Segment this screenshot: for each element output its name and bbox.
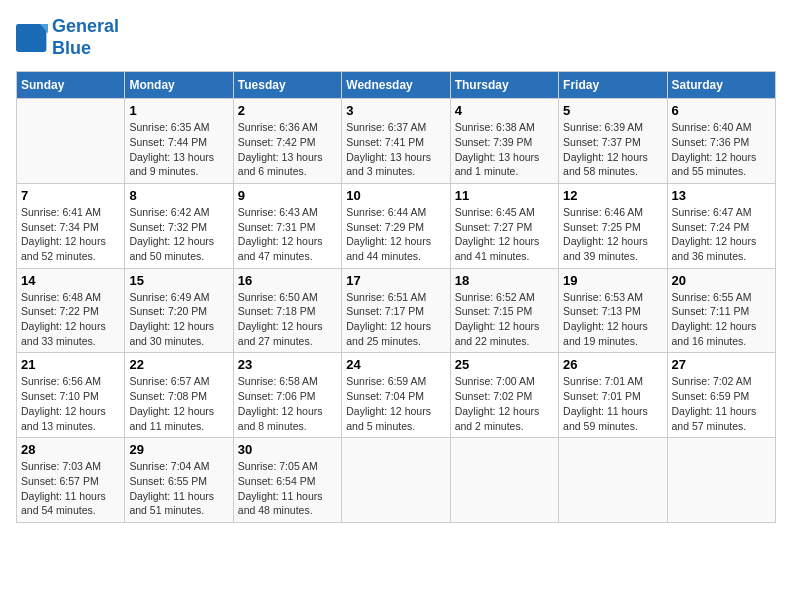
day-info: Sunrise: 6:58 AM Sunset: 7:06 PM Dayligh…	[238, 374, 337, 433]
day-number: 17	[346, 273, 445, 288]
calendar-table: SundayMondayTuesdayWednesdayThursdayFrid…	[16, 71, 776, 523]
day-info: Sunrise: 6:44 AM Sunset: 7:29 PM Dayligh…	[346, 205, 445, 264]
day-info: Sunrise: 7:00 AM Sunset: 7:02 PM Dayligh…	[455, 374, 554, 433]
day-info: Sunrise: 6:41 AM Sunset: 7:34 PM Dayligh…	[21, 205, 120, 264]
calendar-cell	[342, 438, 450, 523]
calendar-cell: 22Sunrise: 6:57 AM Sunset: 7:08 PM Dayli…	[125, 353, 233, 438]
day-info: Sunrise: 7:03 AM Sunset: 6:57 PM Dayligh…	[21, 459, 120, 518]
day-number: 30	[238, 442, 337, 457]
day-info: Sunrise: 6:48 AM Sunset: 7:22 PM Dayligh…	[21, 290, 120, 349]
calendar-cell	[17, 99, 125, 184]
day-info: Sunrise: 7:05 AM Sunset: 6:54 PM Dayligh…	[238, 459, 337, 518]
day-info: Sunrise: 6:35 AM Sunset: 7:44 PM Dayligh…	[129, 120, 228, 179]
day-number: 27	[672, 357, 771, 372]
page-header: General Blue	[16, 16, 776, 59]
calendar-cell: 29Sunrise: 7:04 AM Sunset: 6:55 PM Dayli…	[125, 438, 233, 523]
calendar-cell: 17Sunrise: 6:51 AM Sunset: 7:17 PM Dayli…	[342, 268, 450, 353]
day-info: Sunrise: 6:51 AM Sunset: 7:17 PM Dayligh…	[346, 290, 445, 349]
calendar-cell: 27Sunrise: 7:02 AM Sunset: 6:59 PM Dayli…	[667, 353, 775, 438]
day-info: Sunrise: 6:38 AM Sunset: 7:39 PM Dayligh…	[455, 120, 554, 179]
day-info: Sunrise: 6:52 AM Sunset: 7:15 PM Dayligh…	[455, 290, 554, 349]
calendar-cell	[559, 438, 667, 523]
weekday-header: Tuesday	[233, 72, 341, 99]
day-info: Sunrise: 6:37 AM Sunset: 7:41 PM Dayligh…	[346, 120, 445, 179]
calendar-cell: 6Sunrise: 6:40 AM Sunset: 7:36 PM Daylig…	[667, 99, 775, 184]
day-info: Sunrise: 6:46 AM Sunset: 7:25 PM Dayligh…	[563, 205, 662, 264]
calendar-cell	[667, 438, 775, 523]
day-number: 7	[21, 188, 120, 203]
day-info: Sunrise: 7:02 AM Sunset: 6:59 PM Dayligh…	[672, 374, 771, 433]
day-info: Sunrise: 7:01 AM Sunset: 7:01 PM Dayligh…	[563, 374, 662, 433]
calendar-cell: 14Sunrise: 6:48 AM Sunset: 7:22 PM Dayli…	[17, 268, 125, 353]
day-number: 12	[563, 188, 662, 203]
calendar-cell: 25Sunrise: 7:00 AM Sunset: 7:02 PM Dayli…	[450, 353, 558, 438]
day-number: 16	[238, 273, 337, 288]
calendar-cell: 10Sunrise: 6:44 AM Sunset: 7:29 PM Dayli…	[342, 183, 450, 268]
day-info: Sunrise: 6:57 AM Sunset: 7:08 PM Dayligh…	[129, 374, 228, 433]
day-number: 20	[672, 273, 771, 288]
day-info: Sunrise: 6:40 AM Sunset: 7:36 PM Dayligh…	[672, 120, 771, 179]
calendar-cell: 9Sunrise: 6:43 AM Sunset: 7:31 PM Daylig…	[233, 183, 341, 268]
calendar-cell: 15Sunrise: 6:49 AM Sunset: 7:20 PM Dayli…	[125, 268, 233, 353]
calendar-cell: 30Sunrise: 7:05 AM Sunset: 6:54 PM Dayli…	[233, 438, 341, 523]
calendar-week-row: 14Sunrise: 6:48 AM Sunset: 7:22 PM Dayli…	[17, 268, 776, 353]
day-number: 29	[129, 442, 228, 457]
day-info: Sunrise: 6:47 AM Sunset: 7:24 PM Dayligh…	[672, 205, 771, 264]
calendar-cell: 23Sunrise: 6:58 AM Sunset: 7:06 PM Dayli…	[233, 353, 341, 438]
calendar-header-row: SundayMondayTuesdayWednesdayThursdayFrid…	[17, 72, 776, 99]
calendar-cell: 20Sunrise: 6:55 AM Sunset: 7:11 PM Dayli…	[667, 268, 775, 353]
day-number: 24	[346, 357, 445, 372]
day-info: Sunrise: 6:45 AM Sunset: 7:27 PM Dayligh…	[455, 205, 554, 264]
calendar-cell: 13Sunrise: 6:47 AM Sunset: 7:24 PM Dayli…	[667, 183, 775, 268]
calendar-cell: 12Sunrise: 6:46 AM Sunset: 7:25 PM Dayli…	[559, 183, 667, 268]
calendar-cell: 16Sunrise: 6:50 AM Sunset: 7:18 PM Dayli…	[233, 268, 341, 353]
weekday-header: Sunday	[17, 72, 125, 99]
day-number: 5	[563, 103, 662, 118]
calendar-week-row: 1Sunrise: 6:35 AM Sunset: 7:44 PM Daylig…	[17, 99, 776, 184]
calendar-cell: 24Sunrise: 6:59 AM Sunset: 7:04 PM Dayli…	[342, 353, 450, 438]
logo: General Blue	[16, 16, 119, 59]
day-number: 26	[563, 357, 662, 372]
day-number: 4	[455, 103, 554, 118]
weekday-header: Monday	[125, 72, 233, 99]
day-number: 28	[21, 442, 120, 457]
calendar-cell: 8Sunrise: 6:42 AM Sunset: 7:32 PM Daylig…	[125, 183, 233, 268]
day-number: 23	[238, 357, 337, 372]
svg-rect-0	[16, 24, 46, 52]
day-number: 1	[129, 103, 228, 118]
calendar-cell: 11Sunrise: 6:45 AM Sunset: 7:27 PM Dayli…	[450, 183, 558, 268]
day-number: 18	[455, 273, 554, 288]
calendar-week-row: 7Sunrise: 6:41 AM Sunset: 7:34 PM Daylig…	[17, 183, 776, 268]
day-number: 9	[238, 188, 337, 203]
day-number: 22	[129, 357, 228, 372]
calendar-week-row: 21Sunrise: 6:56 AM Sunset: 7:10 PM Dayli…	[17, 353, 776, 438]
calendar-cell: 3Sunrise: 6:37 AM Sunset: 7:41 PM Daylig…	[342, 99, 450, 184]
day-number: 8	[129, 188, 228, 203]
calendar-cell: 2Sunrise: 6:36 AM Sunset: 7:42 PM Daylig…	[233, 99, 341, 184]
day-number: 6	[672, 103, 771, 118]
day-number: 10	[346, 188, 445, 203]
day-info: Sunrise: 6:50 AM Sunset: 7:18 PM Dayligh…	[238, 290, 337, 349]
day-number: 25	[455, 357, 554, 372]
day-number: 3	[346, 103, 445, 118]
day-info: Sunrise: 6:39 AM Sunset: 7:37 PM Dayligh…	[563, 120, 662, 179]
weekday-header: Saturday	[667, 72, 775, 99]
calendar-cell: 26Sunrise: 7:01 AM Sunset: 7:01 PM Dayli…	[559, 353, 667, 438]
day-number: 19	[563, 273, 662, 288]
day-info: Sunrise: 6:56 AM Sunset: 7:10 PM Dayligh…	[21, 374, 120, 433]
day-info: Sunrise: 6:36 AM Sunset: 7:42 PM Dayligh…	[238, 120, 337, 179]
day-info: Sunrise: 6:55 AM Sunset: 7:11 PM Dayligh…	[672, 290, 771, 349]
day-info: Sunrise: 6:53 AM Sunset: 7:13 PM Dayligh…	[563, 290, 662, 349]
logo-icon	[16, 24, 48, 52]
day-info: Sunrise: 6:42 AM Sunset: 7:32 PM Dayligh…	[129, 205, 228, 264]
calendar-cell: 4Sunrise: 6:38 AM Sunset: 7:39 PM Daylig…	[450, 99, 558, 184]
logo-text: General Blue	[52, 16, 119, 59]
day-number: 21	[21, 357, 120, 372]
calendar-cell	[450, 438, 558, 523]
day-info: Sunrise: 6:49 AM Sunset: 7:20 PM Dayligh…	[129, 290, 228, 349]
calendar-cell: 7Sunrise: 6:41 AM Sunset: 7:34 PM Daylig…	[17, 183, 125, 268]
day-number: 11	[455, 188, 554, 203]
day-info: Sunrise: 6:59 AM Sunset: 7:04 PM Dayligh…	[346, 374, 445, 433]
calendar-week-row: 28Sunrise: 7:03 AM Sunset: 6:57 PM Dayli…	[17, 438, 776, 523]
calendar-cell: 1Sunrise: 6:35 AM Sunset: 7:44 PM Daylig…	[125, 99, 233, 184]
